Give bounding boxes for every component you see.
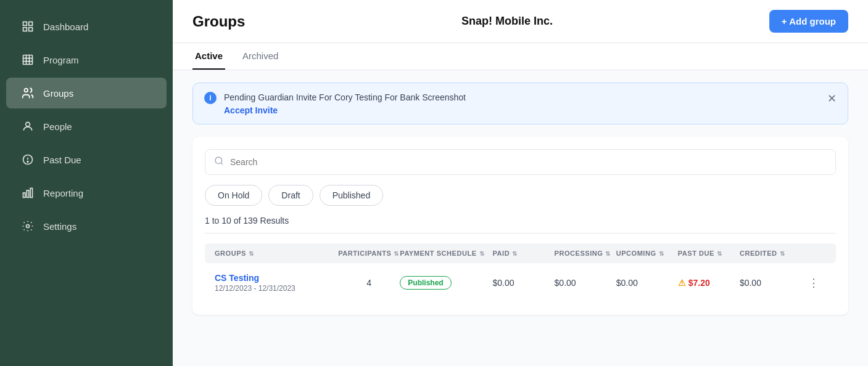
sidebar-label-groups: Groups: [43, 88, 73, 99]
row-actions[interactable]: ⋮: [801, 276, 826, 290]
filter-published[interactable]: Published: [320, 185, 384, 206]
sidebar-label-people: People: [43, 121, 72, 132]
col-upcoming: UPCOMING ⇅: [616, 250, 678, 257]
building-icon: [21, 53, 35, 67]
col-participants: PARTICIPANTS ⇅: [338, 250, 400, 257]
search-filter-area: On Hold Draft Published 1 to 10 of 139 R…: [192, 137, 848, 315]
svg-point-13: [27, 161, 28, 163]
add-group-button[interactable]: + Add group: [769, 10, 848, 33]
col-past-due: PAST DUE ⇅: [678, 250, 740, 257]
sort-credited-icon[interactable]: ⇅: [780, 250, 785, 257]
table-row: CS Testing 12/12/2023 - 12/31/2023 4 Pub…: [205, 263, 836, 303]
sidebar-label-program: Program: [43, 55, 79, 65]
sidebar-item-past-due[interactable]: Past Due: [6, 144, 167, 175]
users-icon: [21, 120, 35, 133]
people-group-icon: [21, 86, 35, 100]
payment-schedule-cell: Published: [400, 276, 492, 290]
svg-rect-14: [23, 193, 25, 198]
group-name[interactable]: CS Testing: [215, 273, 338, 283]
col-actions: [801, 250, 826, 257]
main-content: Groups Snap! Mobile Inc. + Add group Act…: [173, 0, 868, 366]
svg-rect-3: [29, 28, 33, 31]
banner-content: i Pending Guardian Invite For Cory Testi…: [204, 92, 466, 115]
sidebar-item-program[interactable]: Program: [6, 44, 167, 75]
col-paid: PAID ⇅: [492, 250, 554, 257]
sort-past-due-icon[interactable]: ⇅: [717, 250, 722, 257]
org-name: Snap! Mobile Inc.: [461, 15, 553, 28]
page-header: Groups Snap! Mobile Inc. + Add group: [173, 0, 868, 43]
sidebar-label-dashboard: Dashboard: [43, 22, 88, 32]
svg-point-17: [27, 225, 30, 228]
grid-icon: [21, 20, 35, 33]
banner-close-button[interactable]: ✕: [827, 92, 837, 105]
svg-rect-16: [30, 189, 32, 198]
group-cell: CS Testing 12/12/2023 - 12/31/2023: [215, 273, 338, 293]
results-count: 1 to 10 of 139 Results: [205, 216, 836, 234]
search-bar: [205, 149, 836, 175]
tab-bar: Active Archived: [173, 43, 868, 70]
filter-buttons: On Hold Draft Published: [205, 185, 836, 206]
published-badge: Published: [400, 276, 451, 290]
col-groups: GROUPS ⇅: [215, 250, 338, 257]
svg-point-10: [26, 122, 30, 126]
sidebar-label-past-due: Past Due: [43, 155, 81, 165]
past-due-cell: ⚠ $7.20: [678, 278, 740, 288]
gear-icon: [21, 219, 35, 233]
search-input[interactable]: [230, 157, 827, 167]
paid-cell: $0.00: [492, 278, 554, 288]
sort-payment-icon[interactable]: ⇅: [479, 250, 485, 257]
sort-processing-icon[interactable]: ⇅: [605, 250, 611, 257]
search-icon: [214, 156, 224, 168]
sidebar-item-groups[interactable]: Groups: [6, 78, 167, 108]
credited-cell: $0.00: [740, 278, 801, 288]
sort-paid-icon[interactable]: ⇅: [512, 250, 518, 257]
filter-on-hold[interactable]: On Hold: [205, 185, 262, 206]
sidebar-label-reporting: Reporting: [43, 188, 83, 198]
svg-rect-15: [27, 190, 28, 198]
bar-chart-icon: [21, 186, 35, 200]
tab-active[interactable]: Active: [192, 43, 225, 70]
sidebar-item-settings[interactable]: Settings: [6, 211, 167, 242]
col-credited: CREDITED ⇅: [740, 250, 801, 257]
svg-line-19: [221, 163, 223, 165]
filter-draft[interactable]: Draft: [268, 185, 313, 206]
participants-cell: 4: [338, 278, 400, 288]
content-area: i Pending Guardian Invite For Cory Testi…: [173, 70, 868, 366]
accept-invite-link[interactable]: Accept Invite: [224, 105, 466, 115]
group-date-range: 12/12/2023 - 12/31/2023: [215, 284, 338, 293]
sort-upcoming-icon[interactable]: ⇅: [659, 250, 664, 257]
svg-point-18: [215, 157, 222, 164]
sidebar-item-reporting[interactable]: Reporting: [6, 177, 167, 208]
upcoming-cell: $0.00: [616, 278, 678, 288]
sidebar-item-dashboard[interactable]: Dashboard: [6, 11, 167, 42]
svg-point-9: [25, 89, 28, 92]
invite-banner: i Pending Guardian Invite For Cory Testi…: [192, 83, 848, 124]
sidebar: Dashboard Program Groups People: [0, 0, 173, 366]
tab-archived[interactable]: Archived: [240, 43, 281, 70]
svg-rect-4: [23, 55, 33, 65]
col-processing: PROCESSING ⇅: [555, 250, 616, 257]
sidebar-item-people[interactable]: People: [6, 111, 167, 142]
svg-rect-1: [29, 22, 33, 26]
alert-icon: [21, 153, 35, 166]
banner-message: Pending Guardian Invite For Cory Testing…: [224, 92, 466, 102]
warning-icon: ⚠: [678, 278, 686, 288]
sidebar-label-settings: Settings: [43, 221, 76, 232]
page-title: Groups: [192, 13, 245, 30]
info-icon: i: [204, 92, 217, 104]
svg-rect-0: [23, 22, 27, 26]
col-payment-schedule: PAYMENT SCHEDULE ⇅: [400, 250, 492, 257]
sort-groups-icon[interactable]: ⇅: [249, 250, 254, 257]
svg-rect-2: [23, 28, 27, 31]
sort-participants-icon[interactable]: ⇅: [394, 250, 399, 257]
table-header: GROUPS ⇅ PARTICIPANTS ⇅ PAYMENT SCHEDULE…: [205, 243, 836, 263]
processing-cell: $0.00: [555, 278, 616, 288]
